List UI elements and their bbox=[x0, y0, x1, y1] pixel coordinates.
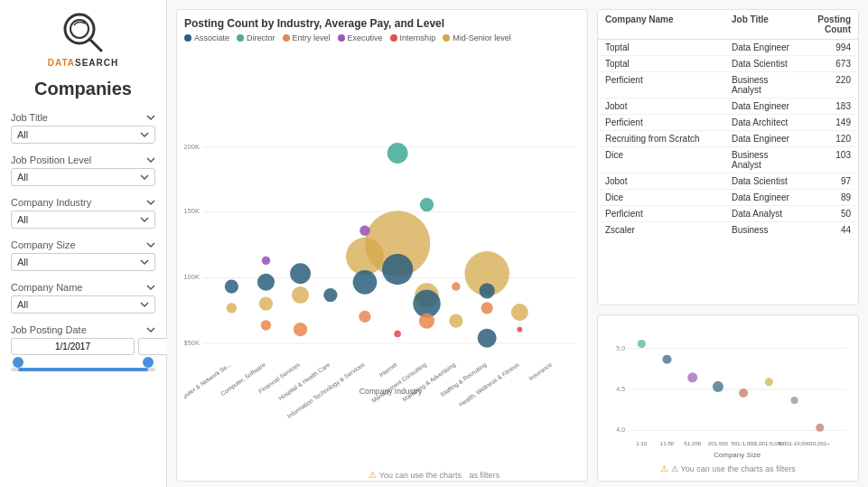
chart-filter-note: ⚠ You can use the charts as filters bbox=[369, 470, 499, 480]
bubble-net-midsenior[interactable] bbox=[227, 303, 237, 313]
bubble-hosp-assoc[interactable] bbox=[323, 288, 337, 302]
scatter-dot-11-50[interactable] bbox=[662, 355, 671, 364]
bubble-staffing-assoc2[interactable] bbox=[478, 329, 497, 348]
table-cell-count: 97 bbox=[797, 176, 851, 186]
bubble-chart-svg: Average Pay $200K $150K $100K $50K Compu… bbox=[184, 48, 580, 473]
bubble-chart-title: Posting Count by Industry, Average Pay, … bbox=[184, 17, 580, 30]
legend-dot-associate bbox=[184, 34, 191, 42]
svg-text:5,001-10,000: 5,001-10,000 bbox=[779, 441, 811, 446]
table-row[interactable]: Recruiting from Scratch Data Engineer 12… bbox=[598, 131, 858, 147]
bubble-it-entry[interactable] bbox=[359, 311, 370, 323]
table-cell-job: Data Engineer bbox=[732, 101, 797, 111]
bubble-internet-dir[interactable] bbox=[387, 143, 408, 164]
table-row[interactable]: Perficient Business Analyst 220 bbox=[598, 72, 858, 98]
table-body[interactable]: Toptal Data Engineer 994 Toptal Data Sci… bbox=[598, 40, 858, 234]
table-row[interactable]: Toptal Data Scientist 673 bbox=[598, 56, 858, 72]
bubble-mktg-entry[interactable] bbox=[452, 282, 461, 291]
bubble-mgmt-entry[interactable] bbox=[419, 314, 434, 329]
table-cell-count: 673 bbox=[797, 59, 851, 69]
bubble-internet-assoc[interactable] bbox=[382, 254, 413, 285]
job-position-select[interactable]: All bbox=[11, 168, 155, 186]
table-cell-job: Data Scientist bbox=[732, 176, 797, 186]
right-panel: Company Name Job Title Posting Count Top… bbox=[597, 9, 859, 482]
svg-text:4.0: 4.0 bbox=[616, 426, 625, 433]
table-row[interactable]: Jobot Data Engineer 183 bbox=[598, 98, 858, 115]
table-row[interactable]: Toptal Data Engineer 994 bbox=[598, 40, 858, 56]
chevron-down-icon bbox=[146, 113, 155, 122]
legend-associate: Associate bbox=[184, 33, 229, 42]
company-size-select[interactable]: All bbox=[11, 253, 155, 271]
scatter-dot-51-200[interactable] bbox=[687, 372, 697, 382]
scatter-dot-201-500[interactable] bbox=[713, 381, 723, 392]
posting-count-table: Company Name Job Title Posting Count Top… bbox=[597, 9, 859, 305]
table-cell-job: Data Scientist bbox=[732, 59, 797, 69]
table-cell-job: Business Analyst bbox=[732, 150, 797, 170]
bubble-net-assoc[interactable] bbox=[225, 279, 238, 293]
table-cell-company: Jobot bbox=[605, 101, 732, 111]
bubble-sw-midsenior[interactable] bbox=[259, 296, 273, 310]
svg-text:51-200: 51-200 bbox=[684, 441, 701, 446]
company-name-label: Company Name bbox=[11, 282, 155, 293]
svg-text:Insurance: Insurance bbox=[527, 361, 553, 382]
col-company-name: Company Name bbox=[605, 14, 732, 34]
bubble-fin-midsenior[interactable] bbox=[292, 286, 309, 304]
table-row[interactable]: Dice Business Analyst 103 bbox=[598, 147, 858, 173]
scatter-filter-note: ⚠ ⚠ You can use the charts as filters bbox=[660, 464, 796, 473]
bubble-mktg-midsenior[interactable] bbox=[449, 314, 462, 328]
bubble-health-midsenior[interactable] bbox=[511, 304, 528, 321]
bubble-it-assoc[interactable] bbox=[353, 270, 378, 295]
table-cell-count: 994 bbox=[797, 42, 851, 52]
company-industry-select[interactable]: All bbox=[11, 211, 155, 229]
table-row[interactable]: Perficient Data Analyst 50 bbox=[598, 206, 858, 222]
svg-text:501-1,000: 501-1,000 bbox=[732, 441, 757, 446]
date-slider[interactable] bbox=[11, 361, 155, 379]
table-cell-count: 89 bbox=[797, 192, 851, 202]
warning-icon: ⚠ bbox=[369, 470, 377, 480]
scatter-dot-1-10[interactable] bbox=[638, 340, 646, 348]
bubble-sw-assoc[interactable] bbox=[257, 274, 275, 291]
x-axis-title: Company Industry bbox=[359, 387, 423, 396]
bubble-staffing-entry[interactable] bbox=[481, 302, 493, 314]
scatter-dot-501-1000[interactable] bbox=[739, 389, 748, 398]
company-name-select[interactable]: All bbox=[11, 295, 155, 314]
table-cell-job: Data Engineer bbox=[732, 192, 797, 202]
table-row[interactable]: Perficient Data Architect 149 bbox=[598, 115, 858, 131]
company-industry-filter: Company Industry All bbox=[11, 197, 155, 230]
table-cell-company: Toptal bbox=[605, 42, 732, 52]
scatter-dot-5001-10000[interactable] bbox=[791, 397, 798, 404]
col-job-title: Job Title bbox=[732, 14, 797, 34]
scatter-warning-icon: ⚠ bbox=[660, 464, 668, 473]
bubble-it-midsenior[interactable] bbox=[346, 238, 384, 276]
chevron-down-icon-6 bbox=[140, 215, 149, 224]
bubble-internet-intern[interactable] bbox=[394, 331, 401, 338]
date-from-input[interactable] bbox=[11, 338, 135, 355]
bubble-chart-area[interactable]: Average Pay $200K $150K $100K $50K Compu… bbox=[184, 48, 580, 473]
scatter-dot-10001plus[interactable] bbox=[816, 424, 824, 432]
table-row[interactable]: Zscaler Business Analyst 44 bbox=[598, 222, 858, 234]
bubble-it-exec[interactable] bbox=[359, 225, 369, 235]
bubble-fin-assoc[interactable] bbox=[290, 263, 311, 284]
job-title-filter: Job Title All bbox=[11, 112, 155, 145]
job-title-select[interactable]: All bbox=[11, 126, 155, 144]
bubble-fin-entry[interactable] bbox=[294, 323, 307, 336]
bubble-staffing-assoc[interactable] bbox=[480, 283, 495, 298]
scatter-dot-1001-5000[interactable] bbox=[765, 378, 773, 386]
slider-thumb-right[interactable] bbox=[143, 357, 154, 368]
svg-text:4.5: 4.5 bbox=[616, 386, 625, 392]
table-cell-count: 103 bbox=[797, 150, 851, 170]
slider-thumb-left[interactable] bbox=[13, 357, 23, 368]
table-row[interactable]: Dice Data Engineer 89 bbox=[598, 190, 858, 206]
bubble-sw-exec[interactable] bbox=[262, 257, 271, 266]
bubble-health-intern[interactable] bbox=[517, 327, 522, 332]
bubble-sw-entry[interactable] bbox=[261, 320, 271, 330]
table-row[interactable]: Jobot Data Scientist 97 bbox=[598, 173, 858, 190]
table-cell-company: Recruiting from Scratch bbox=[605, 134, 732, 144]
legend-director: Director bbox=[237, 33, 275, 42]
table-cell-count: 220 bbox=[797, 75, 851, 95]
legend-executive: Executive bbox=[338, 33, 383, 42]
table-cell-job: Data Architect bbox=[732, 117, 797, 127]
table-cell-job: Data Engineer bbox=[732, 134, 797, 144]
bubble-mgmt-dir[interactable] bbox=[420, 198, 434, 211]
svg-text:11-50: 11-50 bbox=[660, 441, 675, 446]
sidebar-title: Companies bbox=[34, 79, 132, 99]
